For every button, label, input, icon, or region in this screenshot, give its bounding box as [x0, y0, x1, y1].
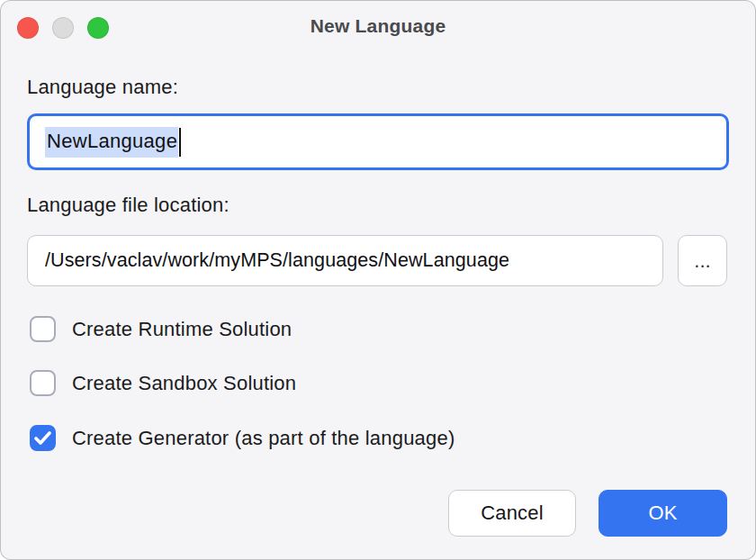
- file-location-label: Language file location:: [27, 194, 230, 217]
- checkbox-row-generator: Create Generator (as part of the languag…: [30, 425, 454, 451]
- title-bar[interactable]: New Language: [0, 0, 756, 56]
- create-runtime-solution-label[interactable]: Create Runtime Solution: [72, 318, 292, 341]
- checkmark-icon: [34, 431, 51, 445]
- new-language-dialog: New Language Language name: NewLanguage …: [0, 0, 756, 560]
- create-generator-checkbox[interactable]: [30, 425, 56, 451]
- checkbox-row-sandbox-solution: Create Sandbox Solution: [30, 370, 296, 396]
- cancel-button[interactable]: Cancel: [448, 490, 576, 537]
- create-sandbox-solution-label[interactable]: Create Sandbox Solution: [72, 372, 296, 395]
- window-title: New Language: [0, 15, 756, 37]
- ok-button[interactable]: OK: [598, 490, 727, 537]
- file-location-field: [27, 235, 663, 286]
- create-sandbox-solution-checkbox[interactable]: [30, 370, 56, 396]
- language-name-value: NewLanguage: [45, 127, 178, 158]
- file-location-input[interactable]: [45, 249, 662, 272]
- create-generator-label[interactable]: Create Generator (as part of the languag…: [72, 427, 454, 450]
- language-name-input[interactable]: NewLanguage: [27, 113, 729, 170]
- checkbox-row-runtime-solution: Create Runtime Solution: [30, 316, 292, 342]
- create-runtime-solution-checkbox[interactable]: [30, 316, 56, 342]
- language-name-label: Language name:: [27, 76, 178, 99]
- text-caret: [179, 128, 181, 157]
- browse-button[interactable]: ...: [678, 235, 727, 286]
